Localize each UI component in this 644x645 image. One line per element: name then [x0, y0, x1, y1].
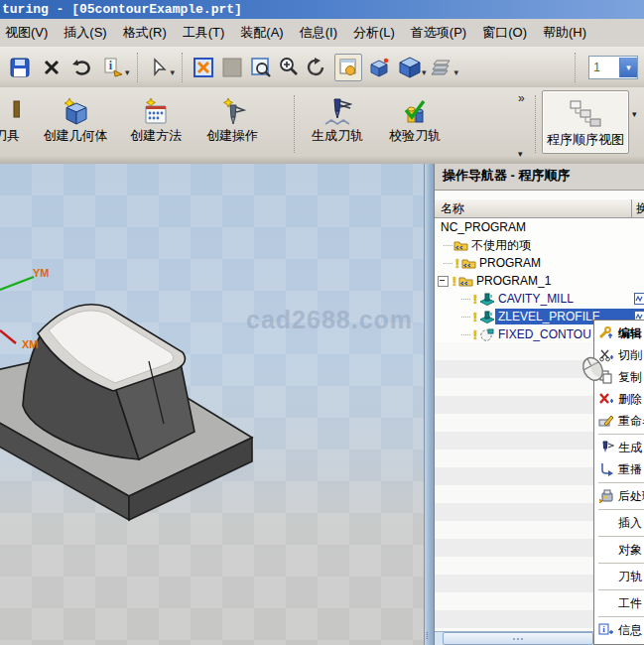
- layers-icon: [431, 57, 454, 78]
- menu-separator: [598, 563, 644, 564]
- information-button[interactable]: i: [101, 56, 125, 79]
- tree-connector: [461, 334, 470, 335]
- layer-visibility-button[interactable]: [431, 56, 454, 79]
- delete-button[interactable]: [40, 56, 64, 79]
- context-item-delete[interactable]: 删除: [596, 388, 644, 410]
- ym-axis-line: [0, 277, 34, 290]
- context-item-replay[interactable]: 重播: [596, 458, 644, 480]
- create-method-button[interactable]: 创建方法: [125, 95, 187, 145]
- ym-axis-label: YM: [33, 267, 50, 279]
- verify-toolpath-button[interactable]: 校验刀轨: [385, 95, 445, 145]
- selection-filter-button[interactable]: [147, 56, 171, 79]
- view-orientation-button[interactable]: [398, 56, 422, 79]
- menu-help[interactable]: 帮助(H): [534, 21, 595, 45]
- xm-axis-label: XM: [22, 338, 39, 350]
- toolchange-column-header[interactable]: 换: [636, 200, 644, 217]
- combo-dropdown-button[interactable]: ▾: [619, 58, 637, 77]
- context-item-toolpath[interactable]: 刀轨: [596, 566, 644, 587]
- generate-toolpath-label: 生成刀轨: [312, 127, 363, 145]
- name-column-header[interactable]: 名称: [435, 200, 644, 217]
- panel-resize-splitter[interactable]: ⁞: [424, 164, 434, 645]
- zoom-in-out-button[interactable]: [277, 56, 301, 79]
- tree-row-program[interactable]: ! PROGRAM: [435, 254, 644, 272]
- menu-window[interactable]: 窗口(O): [473, 21, 536, 45]
- zoom-window-button[interactable]: [249, 56, 273, 79]
- shaded-display-button[interactable]: [334, 54, 362, 81]
- create-tool-icon: [0, 95, 20, 127]
- tree-row-cavity-mill[interactable]: ! CAVITY_MILL: [435, 290, 644, 308]
- menu-tools[interactable]: 工具(T): [174, 21, 234, 45]
- column-divider[interactable]: [631, 199, 632, 217]
- context-item-generate[interactable]: 生成: [596, 437, 644, 458]
- context-item-workpiece[interactable]: 工件: [596, 592, 644, 614]
- layers-dropdown-arrow[interactable]: ▾: [454, 67, 459, 77]
- navigator-column-header[interactable]: 名称 换: [435, 198, 644, 218]
- title-bar[interactable]: turing - [05contourExample.prt]: [0, 0, 644, 19]
- menu-separator: [598, 589, 644, 590]
- menu-separator: [598, 616, 644, 617]
- snapshot-cube-button[interactable]: [367, 56, 391, 79]
- postprocess-icon: [596, 489, 616, 503]
- toolbar-separator: [137, 53, 143, 82]
- delete-x-icon: [42, 58, 62, 77]
- create-operation-icon: [218, 95, 246, 127]
- nx-manufacturing-window: turing - [05contourExample.prt] 视图(V) 插入…: [0, 0, 644, 645]
- menu-analysis[interactable]: 分析(L): [344, 21, 404, 45]
- menu-preferences[interactable]: 首选项(P): [402, 21, 475, 45]
- create-operation-button[interactable]: 创建操作: [201, 95, 263, 145]
- node-label: ZLEVEL_PROFILE: [495, 310, 603, 323]
- edit-icon: [596, 326, 616, 340]
- menu-insert[interactable]: 插入(S): [55, 21, 115, 45]
- layer-select-combobox[interactable]: 1 ▾: [588, 56, 638, 79]
- generate-toolpath-button[interactable]: 生成刀轨: [308, 95, 367, 145]
- selection-dropdown-arrow[interactable]: ▾: [171, 67, 176, 77]
- view-dropdown-arrow[interactable]: ▾: [422, 67, 427, 77]
- context-item-object[interactable]: 对象: [596, 539, 644, 561]
- mill-operation-icon: [479, 311, 495, 323]
- tree-row-nc-program[interactable]: NC_PROGRAM: [435, 218, 644, 236]
- graphics-viewport[interactable]: YM XM cad2688.com: [0, 164, 424, 645]
- menu-format[interactable]: 格式(R): [114, 21, 176, 45]
- context-item-postprocess[interactable]: 后处理: [596, 485, 644, 507]
- create-geometry-label: 创建几何体: [44, 127, 108, 145]
- tree-row-program-1[interactable]: ! PROGRAM_1: [435, 272, 644, 290]
- program-folder-icon: [458, 275, 473, 287]
- verify-toolpath-label: 校验刀轨: [389, 127, 441, 145]
- toolbar-overflow-chevron[interactable]: »: [518, 91, 525, 105]
- rotate-view-button[interactable]: [305, 56, 328, 79]
- create-tool-button[interactable]: 刀具: [0, 95, 30, 145]
- menu-separator: [598, 434, 644, 435]
- main-area: YM XM cad2688.com ⁞ 操作导航器 - 程序顺序 名称 换 NC…: [0, 164, 644, 645]
- menu-view[interactable]: 视图(V): [0, 21, 57, 45]
- context-item-insert[interactable]: 插入: [596, 512, 644, 534]
- disabled-view-button[interactable]: [220, 56, 244, 79]
- context-item-information[interactable]: i 信息: [596, 619, 644, 641]
- contour-operation-icon: [479, 327, 495, 341]
- part-model: [0, 164, 424, 645]
- info-dropdown-arrow[interactable]: ▾: [125, 67, 130, 77]
- save-button[interactable]: [8, 56, 32, 79]
- tree-row-unused-items[interactable]: 不使用的项: [435, 236, 644, 254]
- program-order-view-button[interactable]: 程序顺序视图: [542, 90, 629, 154]
- context-item-rename[interactable]: 重命名: [596, 410, 644, 432]
- generate-icon: [596, 441, 616, 454]
- selection-pointer-icon: [148, 57, 170, 78]
- menu-assemblies[interactable]: 装配(A): [231, 21, 292, 45]
- delete-icon: [596, 392, 616, 406]
- splitter-grip-icon: ⁞: [426, 631, 433, 641]
- create-method-icon: [142, 95, 170, 127]
- create-geometry-button[interactable]: 创建几何体: [41, 95, 110, 145]
- toolbar-options-arrow[interactable]: ▾: [518, 149, 523, 159]
- menu-information[interactable]: 信息(I): [291, 21, 346, 45]
- toolpath-status-icon: [634, 293, 644, 305]
- magnifier-plus-icon: [278, 57, 300, 78]
- menu-separator: [598, 509, 644, 510]
- undo-button[interactable]: [69, 56, 93, 79]
- view-button-dropdown-arrow[interactable]: ▾: [632, 109, 637, 119]
- collapse-expander-icon[interactable]: [438, 276, 449, 287]
- navigator-title: 操作导航器 - 程序顺序: [435, 164, 644, 191]
- fit-view-button[interactable]: [192, 56, 215, 79]
- context-item-edit[interactable]: 编辑: [596, 322, 644, 344]
- information-icon: i: [102, 57, 124, 78]
- scrollbar-thumb[interactable]: [443, 632, 593, 645]
